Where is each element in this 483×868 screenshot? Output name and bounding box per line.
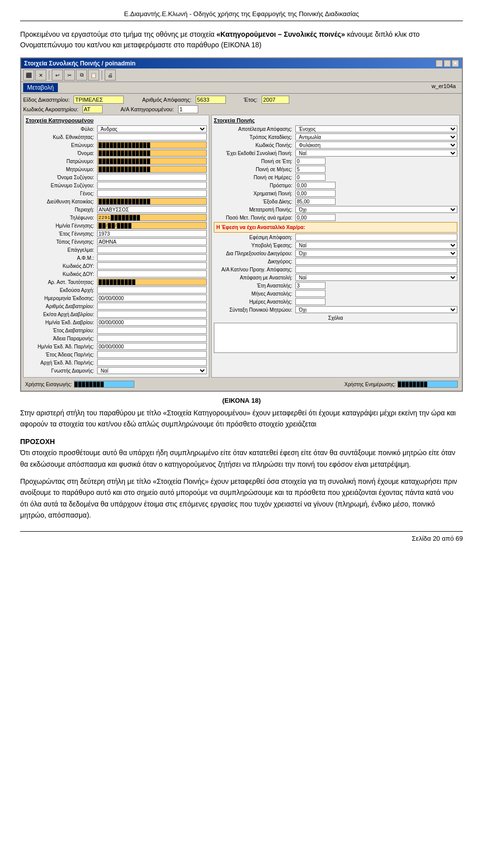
kodikos-dou-value[interactable] (97, 262, 207, 269)
arithmos-diav-value[interactable] (97, 303, 207, 310)
toolbar-btn-close[interactable]: ✕ (35, 69, 46, 81)
efesi-highlight: Η Έφεση να έχει Ανασταλ/κό Χαρ/ρα: (214, 222, 457, 233)
eponimo-syzigou-value[interactable] (97, 182, 207, 189)
tropos-select[interactable]: Αντιμωλία (295, 133, 457, 140)
toolbar-btn-undo[interactable]: ↩ (52, 69, 63, 81)
dia-pliro-select[interactable]: Όχι (295, 250, 457, 257)
etos-diav-value[interactable] (97, 327, 207, 334)
onoma-value[interactable]: ██████████████ (97, 150, 207, 157)
eidos-input[interactable] (73, 96, 124, 104)
kodikos-dou2-value[interactable] (97, 270, 207, 277)
scholia-box[interactable] (214, 323, 457, 353)
dikigoros-value[interactable] (295, 258, 457, 265)
imnia-ekd-adeia-label: Ημ/νία Έκδ. Άδ. Παρ/νής: (26, 344, 96, 349)
exoda-dikis-row: Έξοδα Δίκης: 85,00 (214, 198, 457, 205)
patronimo-value[interactable]: ██████████████ (97, 158, 207, 165)
imnia-ekdosis-value[interactable]: 00/00/0000 (97, 295, 207, 302)
aa-input[interactable] (178, 105, 198, 113)
poini-imeres-value[interactable]: 0 (295, 174, 326, 181)
prostimo-value[interactable]: 0,00 (295, 182, 336, 189)
fylo-select[interactable]: Άνδρας (97, 125, 207, 132)
gnostos-select[interactable]: Ναί (97, 367, 207, 374)
kodikos-poinis-select[interactable]: Φυλάκιση (295, 141, 457, 149)
afm-value[interactable] (97, 254, 207, 261)
diefthinsi-value[interactable]: ██████████████ (97, 198, 207, 205)
poso-metatropis-row: Ποσό Μετ. Ποινής ανά ημέρα: 0,00 (214, 214, 457, 221)
poso-metatropis-value[interactable]: 0,00 (295, 214, 336, 221)
minimize-button[interactable]: _ (436, 60, 443, 67)
imnia-ekd-adeia-value[interactable]: 00/00/0000 (97, 343, 207, 350)
onoma-syzigou-value[interactable] (97, 174, 207, 181)
ekdousa-value[interactable] (97, 286, 207, 294)
poini-eti-value[interactable]: 0 (295, 158, 326, 165)
mines-anastolis-value[interactable] (295, 290, 326, 297)
eti-anastolis-value[interactable]: 3 (295, 282, 326, 289)
tilefono-value[interactable]: 2291████████ (97, 214, 207, 221)
eksa-arxi-value[interactable] (97, 311, 207, 318)
etos-gennisis-row: Έτος Γέννησης: 1973 (26, 230, 207, 237)
exei-ekdothei-select[interactable]: Ναί (295, 150, 457, 157)
eponimo-value[interactable]: ██████████████ (97, 141, 207, 149)
poso-metatropis-text: 0,00 (297, 215, 306, 221)
etos-adeia-row: Έτος Άδειας Παρ/νής: (26, 351, 207, 358)
maximize-button[interactable]: □ (444, 60, 451, 67)
imnia-ekd-adeia-row: Ημ/νία Έκδ. Άδ. Παρ/νής: 00/00/0000 (26, 343, 207, 350)
titlebar-controls: _ □ ✕ (436, 60, 459, 67)
etos-input[interactable] (262, 96, 289, 104)
patronimo-label: Πατρώνυμο: (26, 159, 96, 164)
imnia-ekdosis-text: 00/00/0000 (99, 296, 124, 301)
xrimatiki-poini-value[interactable]: 0,00 (295, 190, 336, 197)
prostimo-text: 0,00 (297, 183, 306, 188)
apofasi-anastoli-label: Απόφαση με Αναστολή: (214, 275, 294, 280)
imeres-anastolis-value[interactable] (295, 298, 326, 305)
menu-metavoli[interactable]: Μεταβολή (23, 83, 58, 92)
poini-mines-value[interactable]: 5 (295, 166, 326, 173)
arxi-ekd-label: Αρχή Έκδ. Άδ. Παρ/νής: (26, 360, 96, 366)
metatropi-row: Μετατροπή Ποινής: Όχι (214, 206, 457, 213)
poini-eti-label: Ποινή σε Έτη: (214, 159, 294, 164)
bottom-row: Χρήστης Εισαγωγής: ████████ Χρήστης Ενημ… (23, 380, 460, 389)
main-columns: Στοιχεία Κατηγορουμένου Φύλο: Άνδρας Κωδ… (23, 115, 460, 378)
adeia-value[interactable] (97, 335, 207, 342)
imnia-ekdosis-label: Ημερομηνία Έκδοσης: (26, 296, 96, 301)
perioxi-value[interactable]: ΑΝΑΒΥΣΣΟΣ (97, 206, 207, 213)
epangelma-row: Επάγγελμα: (26, 246, 207, 253)
ethnikotita-value[interactable] (97, 133, 207, 140)
kodikos-dou2-row: Κωδικός ΔΟΥ: (26, 270, 207, 277)
arithmos-diav-label: Αριθμός Διαβατηρίου: (26, 304, 96, 309)
syntaxi-select[interactable]: Όχι (295, 306, 457, 313)
exoda-dikis-label: Έξοδα Δίκης: (214, 199, 294, 204)
exoda-dikis-value[interactable]: 85,00 (295, 198, 336, 205)
aa-katnou-value[interactable] (295, 266, 457, 273)
etos-adeia-value[interactable] (97, 351, 207, 358)
etos-gennisis-value[interactable]: 1973 (97, 230, 207, 237)
toolbar-btn-cut[interactable]: ✂ (64, 69, 75, 81)
imnia-ekd-diav-row: Ημ/νία Έκδ. Διαβρίου: 00/00/0000 (26, 319, 207, 326)
ypovolh-efesis-select[interactable]: Ναί (295, 242, 457, 249)
kodikos-input[interactable] (83, 105, 103, 113)
efesimi-value[interactable] (295, 234, 457, 241)
toolbar-btn-print[interactable]: 🖨 (105, 69, 116, 81)
toolbar-btn-copy[interactable]: ⧉ (76, 69, 87, 81)
mitronimo-value[interactable]: ██████████████ (97, 166, 207, 173)
epangelma-value[interactable] (97, 246, 207, 253)
tautotita-value[interactable]: ██████████ (97, 278, 207, 285)
header-text: Ε.Διαμαντής.Ε.Κλωνή - Οδηγός χρήσης της … (124, 10, 359, 18)
left-section-title: Στοιχεία Κατηγορουμένου (26, 117, 207, 123)
aa-katnou-row: Α/Α Κατ/νου Προηγ. Απόφασης: (214, 266, 457, 273)
topos-gennisis-value[interactable]: ΑΘΗΝΑ (97, 238, 207, 245)
metatropi-select[interactable]: Όχι (295, 206, 457, 213)
apotelesma-select[interactable]: Ένοχος (295, 125, 457, 132)
etos-label: Έτος: (244, 97, 258, 103)
close-button[interactable]: ✕ (452, 60, 459, 67)
imnia-ekd-diav-value[interactable]: 00/00/0000 (97, 319, 207, 326)
gnostos-label: Γνωστής Διαμονής: (26, 368, 96, 374)
arxi-ekd-value[interactable] (97, 359, 207, 366)
arithmos-input[interactable] (196, 96, 226, 104)
genos-value[interactable] (97, 190, 207, 197)
toolbar-btn-paste[interactable]: 📋 (88, 69, 99, 81)
imnia-gennisis-value[interactable]: ██/██/████ (97, 222, 207, 229)
onoma-masked: ██████████████ (99, 151, 150, 156)
toolbar-btn-1[interactable]: ⬛ (23, 69, 34, 81)
apofasi-anastoli-select[interactable]: Ναί (295, 274, 457, 281)
